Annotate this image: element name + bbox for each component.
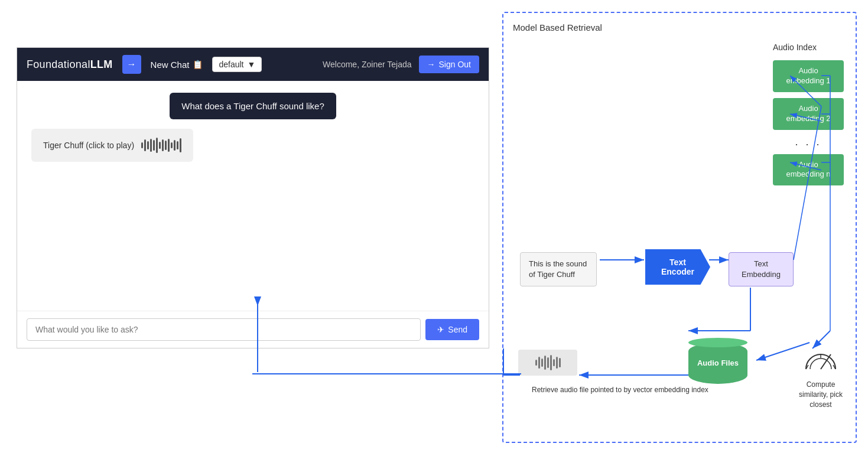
user-message-text: What does a Tiger Chuff sound like?	[181, 101, 324, 111]
embedding-dots: . . .	[773, 136, 844, 148]
text-embedding-node: Text Embedding	[729, 252, 794, 286]
retrieve-label: Retrieve audio file pointed to by vector…	[532, 386, 708, 394]
waveform-bar	[180, 138, 181, 152]
compute-similarity-label: Compute similarity, pick closest	[791, 380, 850, 409]
audio-response-card[interactable]: Tiger Chuff (click to play)	[31, 129, 193, 162]
text-input-node: This is the sound of Tiger Chuff	[520, 252, 597, 286]
result-waveform	[535, 354, 561, 371]
chat-messages: What does a Tiger Chuff sound like? Tige…	[17, 81, 489, 311]
waveform-bar	[144, 139, 146, 151]
chevron-down-icon: ▼	[247, 60, 255, 69]
send-button[interactable]: ✈ Send	[425, 319, 479, 340]
clipboard-icon: 📋	[193, 60, 203, 69]
audio-files-node: Audio Files	[688, 343, 747, 384]
waveform-bar	[171, 142, 173, 148]
send-label: Send	[448, 325, 467, 334]
audio-index-group: Audio Index Audioembedding 1 Audioembedd…	[773, 43, 844, 185]
signout-button[interactable]: → Sign Out	[419, 56, 479, 73]
diagram-title: Model Based Retrieval	[513, 22, 602, 32]
encoder-label: TextEncoder	[661, 258, 694, 276]
chat-header: FoundationalLLM → New Chat 📋 default ▼ W…	[17, 48, 489, 81]
gauge-icon	[800, 343, 841, 375]
waveform-bar	[141, 142, 143, 148]
audio-files-label: Audio Files	[697, 359, 739, 369]
audio-index-title: Audio Index	[773, 43, 817, 52]
signout-label: Sign Out	[439, 60, 471, 69]
waveform-bar	[165, 141, 167, 150]
embedding-label: Text Embedding	[742, 259, 781, 279]
dropdown-value: default	[219, 60, 243, 69]
new-chat-label: New Chat	[151, 60, 190, 70]
text-node-label: This is the sound of Tiger Chuff	[529, 259, 587, 279]
retrieve-label-node: Retrieve audio file pointed to by vector…	[532, 384, 708, 395]
waveform-bar	[177, 141, 178, 149]
audio-embedding-2: Audioembedding 2	[773, 98, 844, 130]
svg-line-0	[821, 354, 831, 369]
signout-icon: →	[427, 60, 435, 69]
waveform-bar	[153, 140, 155, 151]
send-icon: ✈	[437, 325, 444, 334]
model-dropdown[interactable]: default ▼	[212, 57, 262, 72]
waveform-result-node	[518, 350, 577, 376]
chat-input[interactable]	[27, 318, 421, 341]
audio-embedding-n: Audioembedding n	[773, 154, 844, 186]
waveform-bar	[147, 141, 149, 149]
waveform-bar	[159, 142, 161, 149]
gauge-node: Compute similarity, pick closest	[791, 343, 850, 409]
welcome-text: Welcome, Zoiner Tejada	[323, 60, 411, 69]
waveform-bar	[162, 139, 164, 151]
nav-arrow-button[interactable]: →	[122, 55, 141, 74]
audio-response-label: Tiger Chuff (click to play)	[43, 141, 134, 150]
new-chat-button[interactable]: New Chat 📋	[151, 60, 203, 70]
waveform-bar	[174, 140, 175, 151]
waveform-bar	[168, 139, 170, 152]
bottom-flow-arrow	[252, 368, 524, 380]
audio-embedding-1: Audioembedding 1	[773, 60, 844, 92]
audio-waveform	[141, 137, 181, 154]
waveform-bar	[150, 139, 152, 152]
header-right: Welcome, Zoiner Tejada → Sign Out	[323, 56, 479, 73]
waveform-bar	[156, 138, 158, 153]
user-message-bubble: What does a Tiger Chuff sound like?	[170, 93, 336, 119]
text-encoder-node: TextEncoder	[645, 249, 710, 285]
brand-logo: FoundationalLLM	[27, 58, 113, 71]
feedback-arrow	[252, 295, 264, 372]
